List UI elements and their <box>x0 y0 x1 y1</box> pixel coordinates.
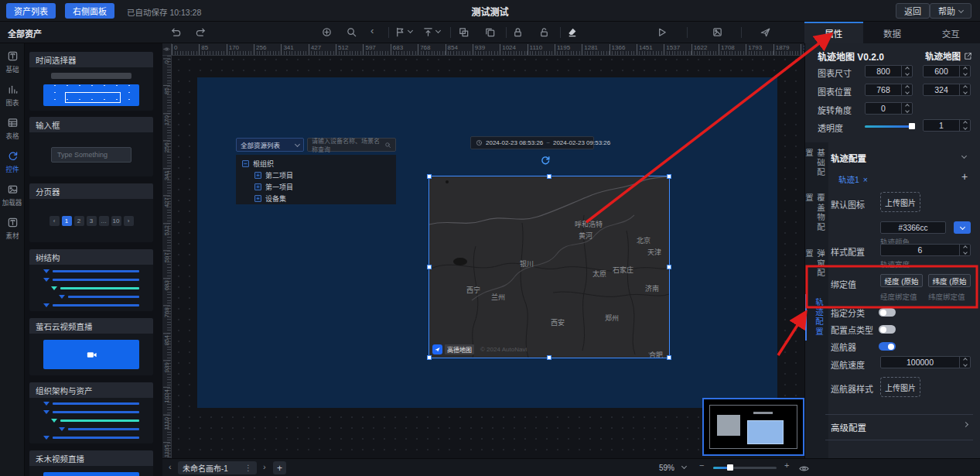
point-type-toggle[interactable] <box>879 325 896 334</box>
date-range-picker-widget[interactable]: 2024-02-23 08:53:26 ~ 2024-02-23 09:53:2… <box>470 136 594 149</box>
section-tab-basic[interactable]: 基础配置 <box>807 149 827 186</box>
align-top-icon[interactable] <box>422 26 434 38</box>
unlock-icon[interactable] <box>538 26 550 38</box>
zoom-slider-thumb[interactable] <box>727 464 733 471</box>
component-link[interactable]: 轨迹地图 <box>925 50 972 62</box>
close-icon[interactable]: × <box>863 175 868 184</box>
lock-icon[interactable] <box>512 26 524 38</box>
opacity-slider[interactable] <box>865 125 914 128</box>
chevron-down-icon[interactable] <box>681 464 687 469</box>
chevron-down-icon[interactable] <box>435 28 441 33</box>
collapse-left-icon[interactable]: ‹ <box>370 25 374 36</box>
minimap[interactable] <box>702 398 804 456</box>
zoom-out-icon[interactable]: − <box>699 461 704 470</box>
canvas-tab[interactable]: 未命名画布-1 ⋮ <box>178 461 257 474</box>
component-card-org-assets[interactable]: 组织架构与资产 <box>29 382 153 443</box>
tree-node[interactable]: −根组织 <box>236 158 396 170</box>
ruler-corner[interactable] <box>162 43 172 56</box>
component-card-time-picker[interactable]: 时间选择器 <box>29 52 153 111</box>
selection-handle-e[interactable] <box>667 265 671 269</box>
track-tab-1[interactable]: 轨迹1 × <box>838 173 868 185</box>
prev-canvas-icon[interactable]: ‹ <box>169 462 172 471</box>
tree-node[interactable]: +设备集 <box>236 193 396 204</box>
cruiser-toggle[interactable] <box>879 342 896 351</box>
chevron-right-icon[interactable] <box>963 422 968 427</box>
tab-data[interactable]: 数据 <box>863 22 922 43</box>
component-card-paginator[interactable]: 分页器 ‹123…10› <box>29 183 153 242</box>
cruiser-upload-button[interactable]: 上传图片 <box>880 377 920 397</box>
tab-interaction[interactable]: 交互 <box>921 22 980 43</box>
add-track-icon[interactable]: + <box>961 170 968 183</box>
opacity-slider-thumb[interactable] <box>909 123 915 129</box>
chevron-down-icon[interactable] <box>408 28 413 33</box>
zoom-slider[interactable] <box>713 467 777 469</box>
artboard[interactable]: 全部资源列表 请输入设备名称、场景名称查询 −根组织+第二项目+第一项目+设备集… <box>197 77 777 408</box>
rail-item-chart[interactable]: 图表 <box>0 81 25 112</box>
play-preview-icon[interactable] <box>656 26 668 38</box>
pos-x-stepper[interactable]: 768 <box>865 84 913 96</box>
rail-item-control[interactable]: 控件 <box>0 148 25 179</box>
cruise-speed-stepper[interactable]: 100000 <box>880 356 971 368</box>
rail-item-basic[interactable]: 基础 <box>0 48 25 79</box>
selection-handle-sw[interactable] <box>427 355 432 360</box>
tree-search-input[interactable]: 请输入设备名称、场景名称查询 <box>307 138 396 152</box>
help-button[interactable]: 帮助 <box>930 3 971 19</box>
more-icon[interactable]: ⋮ <box>244 464 252 472</box>
section-tab-popup[interactable]: 弹窗配置 <box>807 249 827 286</box>
editor-canvas[interactable]: 0851702563414275125976837688549391024111… <box>162 43 804 458</box>
publish-icon[interactable] <box>760 26 771 38</box>
section-tab-overlay[interactable]: 覆盖物配置 <box>807 193 827 240</box>
color-dropdown-button[interactable] <box>954 221 971 234</box>
tree-filter-dropdown[interactable]: 全部资源列表 <box>236 138 304 152</box>
collapse-icon[interactable]: − <box>242 160 249 167</box>
trajectory-map-widget[interactable]: 呼和浩特黄河北京天津银川太原石家庄西宁兰州济南西安郑州合肥 高德地图 © 202… <box>429 176 669 358</box>
rail-item-material[interactable]: 素材 <box>0 214 25 245</box>
rotation-stepper[interactable]: 0 <box>865 102 913 115</box>
track-color-input[interactable]: #3366cc <box>880 221 946 234</box>
component-card-hemu-video[interactable]: 禾木视频直播 <box>29 450 153 476</box>
right-panel-button[interactable]: 右侧面板 <box>65 3 114 19</box>
selection-handle-w[interactable] <box>427 265 432 269</box>
back-button[interactable]: 返回 <box>896 3 930 19</box>
expand-icon[interactable]: + <box>254 172 261 179</box>
component-card-tree[interactable]: 树结构 <box>29 249 153 311</box>
save-snapshot-icon[interactable] <box>712 26 723 38</box>
selection-handle-n[interactable] <box>547 174 551 179</box>
component-card-input[interactable]: 输入框 Type Something <box>29 117 153 176</box>
selection-handle-nw[interactable] <box>427 174 432 179</box>
copy-icon[interactable] <box>484 26 496 38</box>
zoom-in-icon[interactable]: + <box>784 461 789 470</box>
component-card-ezviz-video[interactable]: 萤石云视频直播 <box>29 318 153 375</box>
expand-icon[interactable]: + <box>254 183 261 190</box>
selection-handle-ne[interactable] <box>667 174 671 179</box>
selection-handle-s[interactable] <box>547 355 551 360</box>
add-canvas-button[interactable]: + <box>273 461 286 474</box>
next-canvas-icon[interactable]: › <box>263 462 266 471</box>
latitude-bind-button[interactable]: 纬度 (原始 <box>928 274 971 287</box>
flag-align-icon[interactable] <box>394 26 406 38</box>
tree-node[interactable]: +第二项目 <box>236 170 396 181</box>
selection-handle-se[interactable] <box>667 355 671 360</box>
group-icon[interactable] <box>458 26 470 38</box>
track-width-stepper[interactable]: 6 <box>880 244 971 256</box>
section-tab-track[interactable]: 轨迹配置 <box>805 294 825 341</box>
zoom-level[interactable]: 59% <box>659 464 674 472</box>
fit-view-icon[interactable] <box>321 26 333 38</box>
tab-properties[interactable]: 属性 <box>804 22 863 43</box>
height-stepper[interactable]: 600 <box>923 65 971 77</box>
width-stepper[interactable]: 800 <box>865 65 913 77</box>
search-icon[interactable] <box>346 26 357 38</box>
undo-icon[interactable] <box>170 26 182 38</box>
eye-icon[interactable] <box>798 463 810 474</box>
asset-list-button[interactable]: 资产列表 <box>6 3 56 19</box>
upload-image-button[interactable]: 上传图片 <box>880 192 920 212</box>
pos-y-stepper[interactable]: 324 <box>923 84 971 96</box>
opacity-stepper[interactable]: 1 <box>923 119 971 132</box>
rail-item-loader[interactable]: 加载器 <box>0 181 25 212</box>
longitude-bind-button[interactable]: 经度 (原始 <box>880 274 923 287</box>
chevron-down-icon[interactable] <box>961 153 967 159</box>
advanced-config-label[interactable]: 高级配置 <box>831 421 866 433</box>
rail-item-table[interactable]: 表格 <box>0 115 25 146</box>
rotate-handle-icon[interactable] <box>540 155 551 168</box>
expand-icon[interactable]: + <box>254 195 261 202</box>
